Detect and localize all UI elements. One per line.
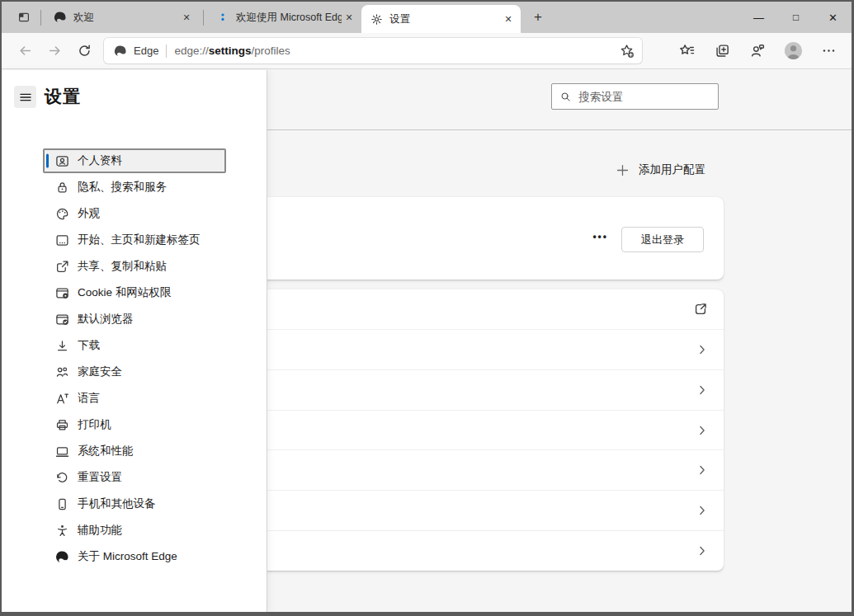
edge-logo-icon xyxy=(55,550,69,564)
site-label: Edge xyxy=(134,45,158,57)
blue-dots-favicon-icon xyxy=(216,11,229,24)
favorites-button[interactable] xyxy=(672,37,701,65)
sidebar-item-privacy[interactable]: 隐私、搜索和服务 xyxy=(43,175,226,200)
forward-arrow-icon xyxy=(48,44,62,58)
tab-separator xyxy=(40,10,41,26)
tab-welcome-to-edge[interactable]: 欢迎使用 Microsoft Edg ✕ xyxy=(208,2,361,33)
settings-search-box[interactable] xyxy=(551,83,719,110)
tab-close-button[interactable]: ✕ xyxy=(501,12,516,26)
sidebar-item-label: 开始、主页和新建标签页 xyxy=(78,233,201,247)
sidebar-item-label: 关于 Microsoft Edge xyxy=(78,549,177,564)
sidebar-item-label: 语言 xyxy=(78,391,100,406)
add-profile-label: 添加用户配置 xyxy=(639,162,705,177)
language-icon xyxy=(55,392,69,406)
sidebar-item-label: 重置设置 xyxy=(78,470,122,485)
favorites-star-icon xyxy=(679,43,695,59)
refresh-icon xyxy=(78,44,92,58)
sidebar-item-start-home-newtab[interactable]: 开始、主页和新建标签页 xyxy=(43,228,226,252)
palette-icon xyxy=(55,207,69,221)
address-separator xyxy=(166,45,167,58)
sidebar-item-system-performance[interactable]: 系统和性能 xyxy=(43,439,226,463)
tab-close-button[interactable]: ✕ xyxy=(179,10,194,25)
chevron-right-icon xyxy=(696,464,708,476)
new-tab-button[interactable]: + xyxy=(526,6,550,29)
url-host: settings xyxy=(209,45,252,57)
sidebar-item-cookies-permissions[interactable]: Cookie 和网站权限 xyxy=(43,280,226,305)
sidebar-item-label: 家庭安全 xyxy=(78,364,122,379)
edge-logo-icon xyxy=(114,45,127,58)
sidebar-item-label: 下载 xyxy=(78,338,100,353)
sidebar-item-profiles[interactable]: 个人资料 xyxy=(43,148,226,173)
tab-close-button[interactable]: ✕ xyxy=(342,10,356,25)
sidebar-item-default-browser[interactable]: 默认浏览器 xyxy=(43,307,226,332)
sidebar-item-label: 手机和其他设备 xyxy=(78,496,156,511)
sidebar-item-accessibility[interactable]: 辅助功能 xyxy=(43,518,226,543)
tab-title: 欢迎使用 Microsoft Edg xyxy=(236,11,342,25)
sidebar-item-downloads[interactable]: 下载 xyxy=(43,333,226,358)
settings-nav: 个人资料 隐私、搜索和服务 外观 xyxy=(2,148,267,571)
toolbar-right-cluster xyxy=(672,37,843,65)
sidebar-item-printers[interactable]: 打印机 xyxy=(43,412,226,437)
add-favorite-button[interactable] xyxy=(620,44,635,59)
maximize-button[interactable]: □ xyxy=(777,2,814,33)
minimize-button[interactable]: — xyxy=(740,2,777,33)
url-path: /profiles xyxy=(251,45,290,57)
settings-page: 添加用户配置 ••• 退出登录 xyxy=(2,70,852,612)
tab-title: 欢迎 xyxy=(73,11,179,25)
sidebar-item-languages[interactable]: 语言 xyxy=(43,386,226,411)
collections-button[interactable] xyxy=(707,37,737,65)
accessibility-icon xyxy=(55,524,69,538)
profile-card-icon xyxy=(55,154,69,168)
refresh-button[interactable] xyxy=(69,37,99,65)
profile-avatar-button[interactable] xyxy=(778,37,808,65)
back-button[interactable] xyxy=(10,37,40,65)
add-favorite-star-icon xyxy=(620,44,635,59)
share-icon xyxy=(55,260,69,274)
page-title: 设置 xyxy=(45,85,81,108)
settings-sidebar: 设置 个人资料 隐私、搜索和服务 xyxy=(2,70,267,612)
sidebar-item-appearance[interactable]: 外观 xyxy=(43,201,226,226)
sidebar-item-label: 共享、复制和粘贴 xyxy=(78,259,167,274)
sidebar-item-share-copy-paste[interactable]: 共享、复制和粘贴 xyxy=(43,254,226,279)
settings-and-more-button[interactable] xyxy=(814,37,843,65)
sign-out-button[interactable]: 退出登录 xyxy=(621,227,704,252)
chevron-right-icon xyxy=(696,344,708,355)
sidebar-item-phone-devices[interactable]: 手机和其他设备 xyxy=(43,491,226,516)
close-button[interactable]: ✕ xyxy=(814,2,852,33)
chevron-right-icon xyxy=(696,384,708,396)
collections-icon xyxy=(715,43,730,59)
profile-more-button[interactable]: ••• xyxy=(592,232,608,242)
chevron-right-icon xyxy=(696,545,708,557)
sidebar-item-family-safety[interactable]: 家庭安全 xyxy=(43,360,226,384)
sidebar-item-label: 默认浏览器 xyxy=(78,312,134,327)
person-chat-icon xyxy=(750,43,766,59)
phone-icon xyxy=(55,497,69,511)
feedback-button[interactable] xyxy=(743,37,772,65)
chevron-right-icon xyxy=(696,505,708,516)
sidebar-item-label: 打印机 xyxy=(78,417,111,432)
tab-welcome[interactable]: 欢迎 ✕ xyxy=(45,2,199,33)
gear-icon xyxy=(370,12,383,26)
sidebar-item-label: 个人资料 xyxy=(78,153,122,168)
tab-actions-menu-button[interactable] xyxy=(12,7,36,28)
default-browser-icon xyxy=(55,313,69,327)
hamburger-icon xyxy=(19,91,32,104)
search-input[interactable] xyxy=(578,91,710,103)
url-prefix: edge:// xyxy=(174,45,208,57)
url-text: edge://settings/profiles xyxy=(174,45,620,57)
family-icon xyxy=(55,365,69,379)
add-profile-button[interactable]: 添加用户配置 xyxy=(616,162,705,177)
sidebar-item-label: 隐私、搜索和服务 xyxy=(78,180,167,195)
forward-button[interactable] xyxy=(40,37,69,65)
system-icon xyxy=(55,444,69,458)
tab-settings[interactable]: 设置 ✕ xyxy=(361,5,521,33)
more-ellipsis-icon xyxy=(822,44,836,58)
menu-toggle-button[interactable] xyxy=(14,86,36,108)
sidebar-item-about-edge[interactable]: 关于 Microsoft Edge xyxy=(43,544,226,569)
address-bar[interactable]: Edge edge://settings/profiles xyxy=(104,38,642,63)
sidebar-item-label: 辅助功能 xyxy=(78,523,122,538)
site-permissions-icon xyxy=(55,286,69,300)
sidebar-item-reset-settings[interactable]: 重置设置 xyxy=(43,465,226,490)
plus-icon xyxy=(616,163,630,177)
home-tabs-icon xyxy=(55,233,69,247)
